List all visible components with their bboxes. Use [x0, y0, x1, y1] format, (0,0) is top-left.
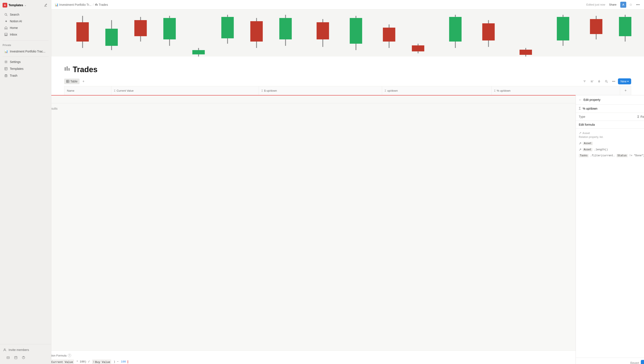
table-icon	[66, 80, 69, 83]
add-column-button[interactable]: +	[622, 88, 628, 94]
notion-ai-label: Notion AI	[10, 20, 22, 23]
col-header-dollar-updown[interactable]: Σ $ up/down	[259, 86, 382, 95]
search-icon	[4, 13, 8, 17]
asset-length-ref: Asset	[583, 148, 592, 151]
svg-point-2	[6, 61, 7, 63]
save-button[interactable]: Save	[641, 360, 644, 364]
svg-rect-35	[279, 18, 292, 39]
revert-button[interactable]: Revert	[630, 361, 639, 364]
sidebar-item-search[interactable]: Search	[1, 11, 50, 18]
new-page-button[interactable]	[42, 2, 48, 8]
share-button[interactable]: Share	[607, 2, 618, 7]
svg-rect-41	[383, 28, 395, 42]
suggestion-asset-length[interactable]: Asset .length()	[576, 147, 644, 153]
inbox-icon	[4, 32, 8, 37]
svg-rect-49	[520, 50, 532, 55]
filter-icon[interactable]	[582, 78, 588, 84]
sort-icon[interactable]	[589, 78, 595, 84]
col-header-pct-updown[interactable]: Σ % up/down	[491, 86, 620, 95]
notion-formula-section[interactable]: Σ Notion Formula ? (( Σ Current Value * …	[51, 350, 576, 364]
sigma-icon-4: Σ	[494, 89, 496, 92]
search-db-icon[interactable]	[604, 78, 609, 84]
svg-rect-57	[66, 66, 68, 71]
panel-header-left: ← Edit property	[579, 98, 600, 101]
main-content: 📊 Investment Portfolio Tr... / Trades Ed…	[51, 0, 644, 364]
avatar-button[interactable]: A	[620, 2, 626, 8]
sidebar-item-trash[interactable]: Trash	[1, 72, 50, 79]
sidebar-item-notion-ai[interactable]: ✦ Notion AI	[1, 18, 50, 25]
sidebar-item-templates[interactable]: Templates	[1, 66, 50, 72]
formula-type-label: Formula	[640, 115, 644, 118]
formula-info-icon[interactable]: ?	[68, 354, 71, 357]
formula-actions: Revert Save	[576, 357, 644, 364]
sidebar-item-investment[interactable]: 📊 Investment Portfolio Trac...	[1, 48, 50, 55]
svg-line-70	[607, 82, 608, 83]
suggestion-asset-left: Asset	[579, 142, 593, 145]
sidebar-item-inbox[interactable]: Inbox	[1, 31, 50, 38]
property-name-input[interactable]	[583, 107, 644, 110]
sigma-icon-1: Σ	[114, 89, 116, 92]
more-db-icon[interactable]: •••	[611, 78, 617, 84]
sidebar-item-home[interactable]: Home	[1, 25, 50, 31]
sidebar-item-settings[interactable]: Settings	[1, 59, 50, 65]
favorite-icon[interactable]: ☆	[628, 2, 633, 8]
suggestion-asset[interactable]: Asset	[576, 140, 644, 147]
db-views: Table +	[64, 79, 86, 84]
breadcrumb-workspace[interactable]: 📊 Investment Portfolio Tr...	[55, 3, 92, 7]
home-label: Home	[10, 26, 18, 30]
svg-rect-56	[64, 67, 66, 71]
page-content: Trades Table +	[51, 57, 644, 364]
topbar: 📊 Investment Portfolio Tr... / Trades Ed…	[51, 0, 644, 10]
suggestion-tasks-filter[interactable]: Tasks .filter(current. Status != "Done")	[576, 153, 644, 159]
notion-formula-label: Notion Formula	[51, 354, 66, 357]
svg-rect-25	[134, 20, 147, 36]
add-view-button[interactable]: +	[81, 79, 86, 84]
formula-close-op: ) −	[114, 360, 118, 363]
tasks-ref: Tasks	[579, 154, 588, 157]
suggestion-tasks-filter-left: Tasks .filter(current. Status != "Done")	[579, 154, 644, 157]
trash-icon	[4, 73, 8, 78]
name-col-label: Name	[67, 89, 74, 92]
arrow-up-right-icon	[579, 132, 581, 134]
asset-section-label: Asset	[576, 130, 644, 135]
page-title-icon	[64, 66, 70, 73]
person-icon	[2, 348, 7, 352]
formula-cursor	[128, 360, 128, 363]
calendar-icon[interactable]	[13, 354, 19, 360]
breadcrumb: 📊 Investment Portfolio Tr... / Trades	[55, 3, 108, 7]
workspace-selector[interactable]: A Templates ⌄	[2, 3, 26, 8]
asset-arrow-icon	[579, 142, 581, 145]
svg-rect-18	[96, 4, 97, 6]
col-header-updown[interactable]: Σ up/down	[382, 86, 491, 95]
token-sigma-2: Σ	[93, 360, 95, 364]
help-icon[interactable]	[20, 354, 26, 360]
invite-members-button[interactable]: Invite members	[2, 346, 48, 353]
property-type-row[interactable]: Type Σ Formula ›	[576, 113, 644, 121]
lightning-icon[interactable]	[596, 78, 602, 84]
add-column-header[interactable]: +	[620, 86, 631, 95]
db-toolbar-right: ••• New ▾	[582, 78, 631, 84]
breadcrumb-page[interactable]: Trades	[95, 3, 108, 7]
svg-rect-3	[5, 67, 7, 70]
more-options-icon[interactable]: •••	[635, 2, 640, 8]
sidebar-divider	[2, 41, 48, 41]
new-record-button[interactable]: New ▾	[618, 78, 631, 84]
svg-rect-59	[66, 80, 69, 83]
compose-icon	[44, 4, 47, 7]
home-icon	[4, 26, 8, 30]
no-results-label: No results	[51, 107, 570, 110]
templates-label: Templates	[10, 67, 24, 70]
col-header-name: Name	[64, 86, 112, 95]
mail-icon[interactable]	[5, 354, 11, 360]
formula-code-display[interactable]: (( Σ Current Value * 100) / Σ Buy Value …	[51, 359, 571, 364]
tasks-filter-rest: != "Done")	[628, 154, 644, 157]
table-view-tab[interactable]: Table	[64, 79, 80, 84]
svg-rect-17	[95, 4, 96, 6]
db-toolbar: Table + ••• New	[64, 78, 631, 84]
back-arrow-icon[interactable]: ←	[579, 98, 582, 101]
edit-formula-row[interactable]: Edit formula ▼	[576, 121, 644, 129]
col-header-current-value[interactable]: Σ Current Value	[112, 86, 259, 95]
edit-property-panel: ← Edit property × Σ i Type Σ Formul	[576, 95, 644, 364]
col-updown-label: up/down	[387, 89, 398, 92]
token-buy-value-label: Buy Value	[95, 360, 110, 364]
